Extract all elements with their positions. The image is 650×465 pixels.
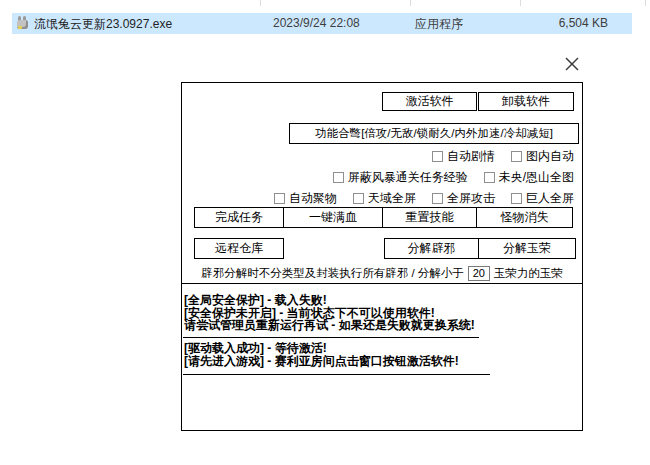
log-line: [请先进入游戏] - 赛利亚房间点击窗口按钮激活软件! xyxy=(184,355,459,368)
status-log-1: [全局安全保护] - 载入失败! [安全保护未开启] - 当前状态下不可以使用软… xyxy=(184,294,475,332)
checkbox-block-storm-exp[interactable]: 屏蔽风暴通关任务经验 xyxy=(333,169,468,186)
checkbox-auto-story[interactable]: 自动剧情 xyxy=(432,148,495,165)
checkbox-label: 全屏攻击 xyxy=(447,190,495,207)
close-button[interactable] xyxy=(562,54,582,74)
checkbox-fullscreen-attack[interactable]: 全屏攻击 xyxy=(432,190,495,207)
log-line: 请尝试管理员重新运行再试 - 如果还是失败就更换系统! xyxy=(184,319,475,332)
full-hp-button[interactable]: 一键满血 xyxy=(283,207,383,228)
checkbox-giant-fullscreen[interactable]: 巨人全屏 xyxy=(511,190,574,207)
decompose-pixie-button[interactable]: 分解辟邪 xyxy=(384,238,479,259)
checkbox-label: 图内自动 xyxy=(526,148,574,165)
column-divider xyxy=(260,0,261,6)
decompose-yurong-button[interactable]: 分解玉荣 xyxy=(478,238,576,259)
checkbox-row-2: 屏蔽风暴通关任务经验 未央/恩山全图 xyxy=(333,170,574,184)
function-combo-button[interactable]: 功能合彆[倍攻/无敌/锁耐久/内外加速/冷却减短] xyxy=(289,123,579,144)
status-log-2: [驱动载入成功] - 等待激活! [请先进入游戏] - 赛利亚房间点击窗口按钮激… xyxy=(184,342,459,367)
checkbox-label: 屏蔽风暴通关任务经验 xyxy=(348,169,468,186)
checkbox-label: 自动剧情 xyxy=(447,148,495,165)
checkbox-label: 自动聚物 xyxy=(289,190,337,207)
checkbox-auto-loot[interactable]: 自动聚物 xyxy=(274,190,337,207)
checkbox-icon[interactable] xyxy=(484,172,495,183)
file-type: 应用程序 xyxy=(415,16,463,33)
close-icon xyxy=(562,54,582,74)
explorer-file-row[interactable]: 流氓兔云更新23.0927.exe 2023/9/24 22:08 应用程序 6… xyxy=(12,13,632,34)
log-line: [驱动载入成功] - 等待激活! xyxy=(184,342,459,355)
checkbox-icon[interactable] xyxy=(333,172,344,183)
column-divider xyxy=(645,0,646,6)
checkbox-row-1: 自动剧情 图内自动 xyxy=(432,149,574,163)
activate-software-button[interactable]: 激活软件 xyxy=(382,92,477,111)
checkbox-label: 巨人全屏 xyxy=(526,190,574,207)
checkbox-label: 未央/恩山全图 xyxy=(499,169,574,186)
log-divider xyxy=(183,337,479,338)
reset-skill-button[interactable]: 重置技能 xyxy=(382,207,477,228)
uninstall-software-button[interactable]: 卸载软件 xyxy=(478,92,574,111)
cheat-tool-panel: 激活软件 卸载软件 功能合彆[倍攻/无敌/锁耐久/内外加速/冷却减短] 自动剧情… xyxy=(181,82,583,431)
checkbox-label: 天域全屏 xyxy=(368,190,416,207)
checkbox-icon[interactable] xyxy=(511,193,522,204)
checkbox-weiyang-full-map[interactable]: 未央/恩山全图 xyxy=(484,169,574,186)
column-divider xyxy=(410,0,411,6)
section-divider xyxy=(182,283,582,284)
file-size: 6,504 KB xyxy=(559,16,608,30)
checkbox-sky-fullscreen[interactable]: 天域全屏 xyxy=(353,190,416,207)
complete-task-button[interactable]: 完成任务 xyxy=(194,207,284,228)
remote-warehouse-button[interactable]: 远程仓库 xyxy=(194,238,284,259)
file-icon xyxy=(16,16,30,30)
monster-vanish-button[interactable]: 怪物消失 xyxy=(476,207,573,228)
checkbox-icon[interactable] xyxy=(353,193,364,204)
checkbox-icon[interactable] xyxy=(432,193,443,204)
log-divider xyxy=(183,374,490,375)
checkbox-auto-in-map[interactable]: 图内自动 xyxy=(511,148,574,165)
log-line: [全局安全保护] - 载入失败! xyxy=(184,294,475,307)
action-button-row-1: 完成任务 一键满血 重置技能 怪物消失 xyxy=(194,207,573,228)
file-name: 流氓兔云更新23.0927.exe xyxy=(34,16,172,33)
checkbox-icon[interactable] xyxy=(511,151,522,162)
checkbox-icon[interactable] xyxy=(274,193,285,204)
column-divider xyxy=(520,0,521,6)
checkbox-row-3: 自动聚物 天域全屏 全屏攻击 巨人全屏 xyxy=(274,191,574,205)
decompose-setting-line: 辟邪分解时不分类型及封装执行所有辟邪 / 分解小于 玉荣力的玉荣 xyxy=(183,264,581,282)
decompose-text-prefix: 辟邪分解时不分类型及封装执行所有辟邪 / 分解小于 xyxy=(201,266,464,281)
decompose-text-suffix: 玉荣力的玉荣 xyxy=(494,266,563,281)
yurong-threshold-input[interactable] xyxy=(468,266,490,281)
checkbox-icon[interactable] xyxy=(432,151,443,162)
file-date-modified: 2023/9/24 22:08 xyxy=(273,16,360,30)
